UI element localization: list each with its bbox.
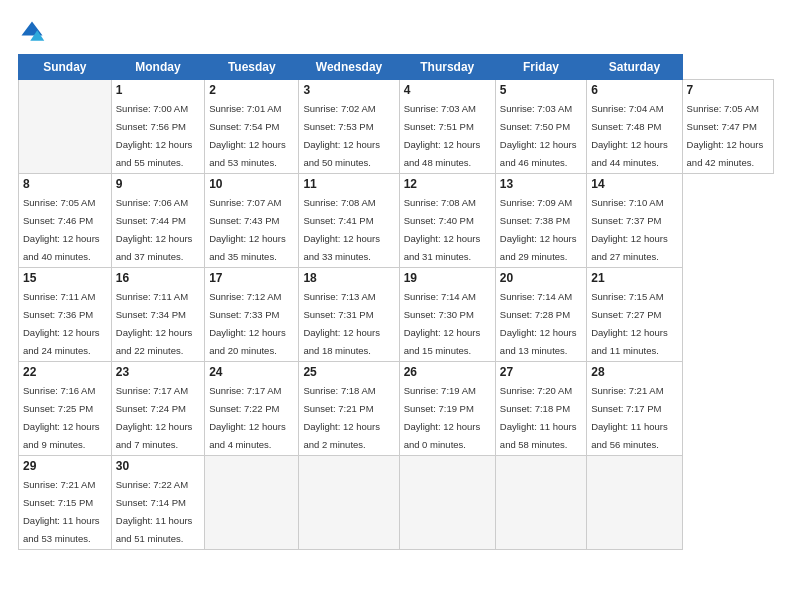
table-row: 11 Sunrise: 7:08 AMSunset: 7:41 PMDaylig… bbox=[299, 174, 399, 268]
table-row bbox=[495, 456, 586, 550]
day-number: 5 bbox=[500, 83, 582, 97]
table-row: 10 Sunrise: 7:07 AMSunset: 7:43 PMDaylig… bbox=[205, 174, 299, 268]
day-info: Sunrise: 7:10 AMSunset: 7:37 PMDaylight:… bbox=[591, 197, 668, 262]
table-row: 25 Sunrise: 7:18 AMSunset: 7:21 PMDaylig… bbox=[299, 362, 399, 456]
day-number: 27 bbox=[500, 365, 582, 379]
day-number: 4 bbox=[404, 83, 491, 97]
day-number: 19 bbox=[404, 271, 491, 285]
page-header bbox=[18, 18, 774, 46]
day-info: Sunrise: 7:05 AMSunset: 7:46 PMDaylight:… bbox=[23, 197, 100, 262]
day-info: Sunrise: 7:12 AMSunset: 7:33 PMDaylight:… bbox=[209, 291, 286, 356]
day-number: 8 bbox=[23, 177, 107, 191]
day-info: Sunrise: 7:21 AMSunset: 7:17 PMDaylight:… bbox=[591, 385, 668, 450]
table-row: 7 Sunrise: 7:05 AMSunset: 7:47 PMDayligh… bbox=[682, 80, 773, 174]
day-number: 3 bbox=[303, 83, 394, 97]
calendar-header-monday: Monday bbox=[111, 55, 204, 80]
day-info: Sunrise: 7:20 AMSunset: 7:18 PMDaylight:… bbox=[500, 385, 577, 450]
day-info: Sunrise: 7:13 AMSunset: 7:31 PMDaylight:… bbox=[303, 291, 380, 356]
table-row bbox=[399, 456, 495, 550]
day-info: Sunrise: 7:02 AMSunset: 7:53 PMDaylight:… bbox=[303, 103, 380, 168]
day-info: Sunrise: 7:14 AMSunset: 7:30 PMDaylight:… bbox=[404, 291, 481, 356]
day-number: 13 bbox=[500, 177, 582, 191]
table-row: 24 Sunrise: 7:17 AMSunset: 7:22 PMDaylig… bbox=[205, 362, 299, 456]
day-number: 24 bbox=[209, 365, 294, 379]
day-info: Sunrise: 7:17 AMSunset: 7:24 PMDaylight:… bbox=[116, 385, 193, 450]
day-number: 15 bbox=[23, 271, 107, 285]
day-info: Sunrise: 7:08 AMSunset: 7:41 PMDaylight:… bbox=[303, 197, 380, 262]
table-row: 14 Sunrise: 7:10 AMSunset: 7:37 PMDaylig… bbox=[587, 174, 682, 268]
table-row: 30 Sunrise: 7:22 AMSunset: 7:14 PMDaylig… bbox=[111, 456, 204, 550]
table-row: 16 Sunrise: 7:11 AMSunset: 7:34 PMDaylig… bbox=[111, 268, 204, 362]
table-row: 20 Sunrise: 7:14 AMSunset: 7:28 PMDaylig… bbox=[495, 268, 586, 362]
day-info: Sunrise: 7:04 AMSunset: 7:48 PMDaylight:… bbox=[591, 103, 668, 168]
table-row: 28 Sunrise: 7:21 AMSunset: 7:17 PMDaylig… bbox=[587, 362, 682, 456]
table-row: 9 Sunrise: 7:06 AMSunset: 7:44 PMDayligh… bbox=[111, 174, 204, 268]
day-info: Sunrise: 7:19 AMSunset: 7:19 PMDaylight:… bbox=[404, 385, 481, 450]
day-number: 6 bbox=[591, 83, 677, 97]
day-info: Sunrise: 7:21 AMSunset: 7:15 PMDaylight:… bbox=[23, 479, 100, 544]
day-number: 22 bbox=[23, 365, 107, 379]
logo-icon bbox=[18, 18, 46, 46]
table-row: 5 Sunrise: 7:03 AMSunset: 7:50 PMDayligh… bbox=[495, 80, 586, 174]
day-info: Sunrise: 7:01 AMSunset: 7:54 PMDaylight:… bbox=[209, 103, 286, 168]
table-row: 19 Sunrise: 7:14 AMSunset: 7:30 PMDaylig… bbox=[399, 268, 495, 362]
day-number: 29 bbox=[23, 459, 107, 473]
day-info: Sunrise: 7:11 AMSunset: 7:36 PMDaylight:… bbox=[23, 291, 100, 356]
day-info: Sunrise: 7:07 AMSunset: 7:43 PMDaylight:… bbox=[209, 197, 286, 262]
day-number: 12 bbox=[404, 177, 491, 191]
table-row: 26 Sunrise: 7:19 AMSunset: 7:19 PMDaylig… bbox=[399, 362, 495, 456]
day-number: 20 bbox=[500, 271, 582, 285]
table-row: 4 Sunrise: 7:03 AMSunset: 7:51 PMDayligh… bbox=[399, 80, 495, 174]
day-number: 30 bbox=[116, 459, 200, 473]
table-row: 27 Sunrise: 7:20 AMSunset: 7:18 PMDaylig… bbox=[495, 362, 586, 456]
day-info: Sunrise: 7:22 AMSunset: 7:14 PMDaylight:… bbox=[116, 479, 193, 544]
day-number: 9 bbox=[116, 177, 200, 191]
day-number: 18 bbox=[303, 271, 394, 285]
calendar-header-thursday: Thursday bbox=[399, 55, 495, 80]
table-row: 23 Sunrise: 7:17 AMSunset: 7:24 PMDaylig… bbox=[111, 362, 204, 456]
table-row: 17 Sunrise: 7:12 AMSunset: 7:33 PMDaylig… bbox=[205, 268, 299, 362]
day-info: Sunrise: 7:14 AMSunset: 7:28 PMDaylight:… bbox=[500, 291, 577, 356]
day-info: Sunrise: 7:00 AMSunset: 7:56 PMDaylight:… bbox=[116, 103, 193, 168]
day-info: Sunrise: 7:18 AMSunset: 7:21 PMDaylight:… bbox=[303, 385, 380, 450]
table-row: 12 Sunrise: 7:08 AMSunset: 7:40 PMDaylig… bbox=[399, 174, 495, 268]
day-number: 17 bbox=[209, 271, 294, 285]
table-row: 29 Sunrise: 7:21 AMSunset: 7:15 PMDaylig… bbox=[19, 456, 112, 550]
table-row: 1 Sunrise: 7:00 AMSunset: 7:56 PMDayligh… bbox=[111, 80, 204, 174]
day-number: 11 bbox=[303, 177, 394, 191]
day-number: 10 bbox=[209, 177, 294, 191]
day-info: Sunrise: 7:11 AMSunset: 7:34 PMDaylight:… bbox=[116, 291, 193, 356]
table-row bbox=[587, 456, 682, 550]
day-info: Sunrise: 7:15 AMSunset: 7:27 PMDaylight:… bbox=[591, 291, 668, 356]
day-number: 28 bbox=[591, 365, 677, 379]
calendar-table: SundayMondayTuesdayWednesdayThursdayFrid… bbox=[18, 54, 774, 550]
day-info: Sunrise: 7:03 AMSunset: 7:50 PMDaylight:… bbox=[500, 103, 577, 168]
calendar-page: SundayMondayTuesdayWednesdayThursdayFrid… bbox=[0, 0, 792, 612]
day-number: 26 bbox=[404, 365, 491, 379]
day-info: Sunrise: 7:09 AMSunset: 7:38 PMDaylight:… bbox=[500, 197, 577, 262]
table-row: 3 Sunrise: 7:02 AMSunset: 7:53 PMDayligh… bbox=[299, 80, 399, 174]
calendar-header-saturday: Saturday bbox=[587, 55, 682, 80]
table-row: 6 Sunrise: 7:04 AMSunset: 7:48 PMDayligh… bbox=[587, 80, 682, 174]
table-row: 18 Sunrise: 7:13 AMSunset: 7:31 PMDaylig… bbox=[299, 268, 399, 362]
day-info: Sunrise: 7:08 AMSunset: 7:40 PMDaylight:… bbox=[404, 197, 481, 262]
logo bbox=[18, 18, 50, 46]
table-row: 8 Sunrise: 7:05 AMSunset: 7:46 PMDayligh… bbox=[19, 174, 112, 268]
day-info: Sunrise: 7:17 AMSunset: 7:22 PMDaylight:… bbox=[209, 385, 286, 450]
table-row: 2 Sunrise: 7:01 AMSunset: 7:54 PMDayligh… bbox=[205, 80, 299, 174]
day-number: 16 bbox=[116, 271, 200, 285]
day-info: Sunrise: 7:03 AMSunset: 7:51 PMDaylight:… bbox=[404, 103, 481, 168]
calendar-header-friday: Friday bbox=[495, 55, 586, 80]
day-number: 2 bbox=[209, 83, 294, 97]
day-number: 14 bbox=[591, 177, 677, 191]
table-row bbox=[299, 456, 399, 550]
calendar-header-tuesday: Tuesday bbox=[205, 55, 299, 80]
day-number: 1 bbox=[116, 83, 200, 97]
empty-cell bbox=[19, 80, 112, 174]
day-info: Sunrise: 7:05 AMSunset: 7:47 PMDaylight:… bbox=[687, 103, 764, 168]
day-number: 25 bbox=[303, 365, 394, 379]
table-row: 15 Sunrise: 7:11 AMSunset: 7:36 PMDaylig… bbox=[19, 268, 112, 362]
day-info: Sunrise: 7:06 AMSunset: 7:44 PMDaylight:… bbox=[116, 197, 193, 262]
table-row: 21 Sunrise: 7:15 AMSunset: 7:27 PMDaylig… bbox=[587, 268, 682, 362]
day-number: 7 bbox=[687, 83, 769, 97]
